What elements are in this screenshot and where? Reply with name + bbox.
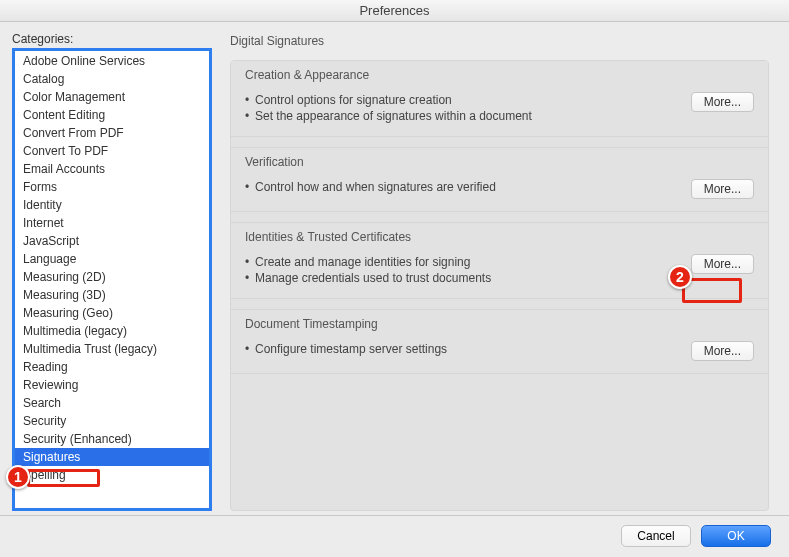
section-bullets: •Control options for signature creation•… <box>245 92 532 124</box>
section-bullets: •Configure timestamp server settings <box>245 341 447 357</box>
category-item-content-editing[interactable]: Content Editing <box>15 106 209 124</box>
category-item-color-management[interactable]: Color Management <box>15 88 209 106</box>
pref-section-verification: Verification•Control how and when signat… <box>231 147 768 212</box>
category-list[interactable]: Adobe Online ServicesCatalogColor Manage… <box>12 48 212 511</box>
bullet-item: •Create and manage identities for signin… <box>245 254 491 270</box>
annotation-callout-1: 1 <box>6 465 30 489</box>
more-button[interactable]: More... <box>691 179 754 199</box>
pref-section-identities-trusted-certificates: Identities & Trusted Certificates•Create… <box>231 222 768 299</box>
pref-section-document-timestamping: Document Timestamping•Configure timestam… <box>231 309 768 374</box>
category-item-multimedia-legacy-[interactable]: Multimedia (legacy) <box>15 322 209 340</box>
category-item-spelling[interactable]: Spelling <box>15 466 209 484</box>
section-bullets: •Control how and when signatures are ver… <box>245 179 496 195</box>
section-body: •Configure timestamp server settingsMore… <box>245 341 754 361</box>
category-item-forms[interactable]: Forms <box>15 178 209 196</box>
window-title: Preferences <box>359 3 429 18</box>
more-button[interactable]: More... <box>691 341 754 361</box>
section-header: Verification <box>245 155 754 169</box>
annotation-callout-2: 2 <box>668 265 692 289</box>
category-item-measuring-geo-[interactable]: Measuring (Geo) <box>15 304 209 322</box>
section-header: Identities & Trusted Certificates <box>245 230 754 244</box>
category-item-language[interactable]: Language <box>15 250 209 268</box>
category-item-security[interactable]: Security <box>15 412 209 430</box>
category-item-convert-from-pdf[interactable]: Convert From PDF <box>15 124 209 142</box>
category-item-convert-to-pdf[interactable]: Convert To PDF <box>15 142 209 160</box>
main-panel: Digital Signatures Creation & Appearance… <box>212 32 777 511</box>
pref-section-creation-appearance: Creation & Appearance•Control options fo… <box>231 61 768 137</box>
more-button[interactable]: More... <box>691 92 754 112</box>
category-item-multimedia-trust-legacy-[interactable]: Multimedia Trust (legacy) <box>15 340 209 358</box>
section-header: Creation & Appearance <box>245 68 754 82</box>
category-item-signatures[interactable]: Signatures <box>15 448 209 466</box>
sidebar: Categories: Adobe Online ServicesCatalog… <box>12 32 212 511</box>
bullet-item: •Control options for signature creation <box>245 92 532 108</box>
bullet-item: •Set the appearance of signatures within… <box>245 108 532 124</box>
page-title: Digital Signatures <box>230 34 769 48</box>
dialog-footer: Cancel OK <box>0 515 789 555</box>
cancel-button[interactable]: Cancel <box>621 525 691 547</box>
category-item-search[interactable]: Search <box>15 394 209 412</box>
category-item-identity[interactable]: Identity <box>15 196 209 214</box>
category-item-javascript[interactable]: JavaScript <box>15 232 209 250</box>
section-body: •Control how and when signatures are ver… <box>245 179 754 199</box>
category-item-internet[interactable]: Internet <box>15 214 209 232</box>
category-item-measuring-2d-[interactable]: Measuring (2D) <box>15 268 209 286</box>
categories-label: Categories: <box>12 32 212 46</box>
bullet-item: •Control how and when signatures are ver… <box>245 179 496 195</box>
category-item-email-accounts[interactable]: Email Accounts <box>15 160 209 178</box>
category-item-security-enhanced-[interactable]: Security (Enhanced) <box>15 430 209 448</box>
ok-button[interactable]: OK <box>701 525 771 547</box>
bullet-item: •Configure timestamp server settings <box>245 341 447 357</box>
section-bullets: •Create and manage identities for signin… <box>245 254 491 286</box>
category-item-reviewing[interactable]: Reviewing <box>15 376 209 394</box>
section-body: •Control options for signature creation•… <box>245 92 754 124</box>
section-header: Document Timestamping <box>245 317 754 331</box>
more-button[interactable]: More... <box>691 254 754 274</box>
window-titlebar: Preferences <box>0 0 789 22</box>
category-item-catalog[interactable]: Catalog <box>15 70 209 88</box>
category-item-measuring-3d-[interactable]: Measuring (3D) <box>15 286 209 304</box>
category-item-adobe-online-services[interactable]: Adobe Online Services <box>15 52 209 70</box>
bullet-item: •Manage credentials used to trust docume… <box>245 270 491 286</box>
category-item-reading[interactable]: Reading <box>15 358 209 376</box>
